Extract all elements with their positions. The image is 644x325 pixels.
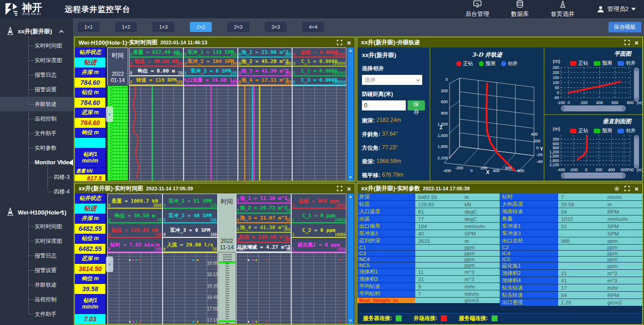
curve-min: 0 xyxy=(237,228,239,232)
close-icon[interactable]: × xyxy=(634,39,639,47)
chart-vertical-scrollbar[interactable]: ▲▼ xyxy=(347,47,354,181)
svg-text:250: 250 xyxy=(553,66,559,70)
expand-icon[interactable] xyxy=(624,186,630,191)
param-label: NC5 xyxy=(357,262,416,268)
layout-button-2×2[interactable]: 2×2 xyxy=(190,22,212,32)
header-nav: 后台管理数据库首页选井 管理员2 xyxy=(466,0,636,18)
time-tick-label: 16:00 xyxy=(207,261,218,266)
plot-h-scrollbar[interactable] xyxy=(561,173,626,178)
close-icon[interactable]: × xyxy=(347,39,351,47)
layout-button-3×3[interactable]: 3×3 xyxy=(265,22,287,32)
param-label: 出口电导 xyxy=(357,223,416,230)
time-tick-label: 16:15 xyxy=(207,272,218,277)
nav-home-well[interactable]: 首页选井 xyxy=(551,0,575,18)
param-unit: ppm xyxy=(465,245,475,250)
panel-timestamp: 2022-11-14 17:05:39 xyxy=(423,186,470,191)
sidebar-item-远程控制[interactable]: 远程控制 xyxy=(0,111,73,126)
scroll-down-arrow[interactable]: ▼ xyxy=(347,318,354,324)
user-menu[interactable]: 管理员2 xyxy=(597,5,636,13)
sidebar-item-实时时间图[interactable]: 实时时间图 xyxy=(0,38,73,53)
layout-button-1×2[interactable]: 1×2 xyxy=(115,22,137,32)
sidebar-section-header-0[interactable]: xx井(新井眼) xyxy=(0,25,73,38)
sidebar-item-四楼-4[interactable]: 四楼-4 xyxy=(0,184,73,199)
layout-button-4×4[interactable]: 4×4 xyxy=(302,22,324,32)
legend: 正钻预测邻井 xyxy=(431,60,543,67)
plot-v-scrollbar[interactable] xyxy=(634,135,639,168)
status-cell: 迟深 m xyxy=(75,254,105,264)
curve-min: 0 xyxy=(239,71,241,75)
scroll-up-arrow[interactable]: ▲ xyxy=(347,194,354,200)
curve-min: 1 xyxy=(292,204,294,208)
param-value: 51SPM xyxy=(559,223,642,230)
nav-admin[interactable]: 后台管理 xyxy=(466,0,489,18)
param-label: 钻头转速 xyxy=(500,292,559,299)
curve-min: 0 xyxy=(163,247,166,252)
settings-icon[interactable] xyxy=(614,186,620,192)
svg-text:600: 600 xyxy=(505,166,512,170)
param-unit: m/hr xyxy=(465,284,475,289)
layout-button-1×1[interactable]: 1×1 xyxy=(78,22,99,32)
param-label: 出口总烃 xyxy=(500,237,559,244)
layout-button-2×3[interactable]: 2×3 xyxy=(227,22,249,32)
param-unit: ppm xyxy=(607,257,618,262)
param-row: 入口温度81degC xyxy=(357,208,500,215)
curve-header-row: 0钻时 = 7.03 min/m200 xyxy=(108,238,162,252)
sidebar-item-远程控制[interactable]: 远程控制 xyxy=(0,292,73,307)
close-icon[interactable]: × xyxy=(634,185,639,193)
plot-h-scrollbar[interactable] xyxy=(561,105,626,111)
scroll-cap xyxy=(561,173,565,178)
svg-text:150: 150 xyxy=(553,75,559,80)
save-template-button[interactable]: 保存模板 xyxy=(608,22,641,32)
scroll-cap xyxy=(561,106,565,111)
sidebar-item-文件助手[interactable]: 文件助手 xyxy=(0,307,73,321)
sidebar-item-实时深度图[interactable]: 实时深度图 xyxy=(0,53,73,68)
status-cell: 784.60 xyxy=(75,78,105,88)
svg-text:0: 0 xyxy=(470,168,472,173)
layout-button-1×3[interactable]: 1×3 xyxy=(152,22,174,32)
close-icon[interactable]: × xyxy=(347,185,351,193)
sidebar-item-文件助手[interactable]: 文件助手 xyxy=(0,126,73,141)
curve-max: 300 xyxy=(285,80,291,84)
main-area: 1×11×21×32×22×33×34×4 保存模板 Wei-H100(Hole… xyxy=(73,18,644,325)
legend-label: 正钻 xyxy=(463,60,473,67)
param-label: 钻头钻速 xyxy=(500,284,559,291)
sidebar-item-报警日志[interactable]: 报警日志 xyxy=(0,248,73,263)
sidebar-item-实时深度图[interactable]: 实时深度图 xyxy=(0,234,73,248)
track-header: 0泵冲_1 = 51 SPM1200泵冲_2 = 40 SPM1000泵冲_3 … xyxy=(162,194,218,253)
collapse-handle[interactable]: ‹ xyxy=(106,106,113,122)
expand-icon[interactable] xyxy=(624,40,630,45)
plot-v-scrollbar[interactable] xyxy=(634,68,639,101)
param-value: 9m/hr xyxy=(416,283,500,290)
param-unit: degC xyxy=(465,216,477,222)
sidebar: xx井(新井眼)实时时间图实时深度图报警日志报警设置井眼轨迹远程控制文件助手实时… xyxy=(0,18,73,325)
expand-icon[interactable] xyxy=(337,40,342,45)
scroll-down-arrow[interactable]: ▼ xyxy=(347,174,354,181)
offset-well-select[interactable]: 选择 xyxy=(362,75,422,85)
sidebar-item-实时时间图[interactable]: 实时时间图 xyxy=(0,219,73,234)
time-column-header: 时间202201-14 xyxy=(107,47,128,86)
scroll-up-arrow[interactable]: ▲ xyxy=(347,47,354,54)
sidebar-item-实时参数[interactable]: 实时参数 xyxy=(0,141,73,155)
chart-vertical-scrollbar[interactable]: ▲▼ xyxy=(347,194,354,324)
time-tick-label: 17:15 xyxy=(207,318,218,323)
select-offset-well-label: 选择邻井 xyxy=(362,65,425,73)
sidebar-item-Monitor Video[interactable]: Monitor Video xyxy=(0,155,73,170)
save-distance-button[interactable]: 保存 xyxy=(408,100,425,110)
nav-database[interactable]: 数据库 xyxy=(511,0,529,18)
curve-header-row: 0泵冲_1 = 119 SPM100 xyxy=(184,48,237,58)
expand-icon[interactable] xyxy=(337,186,342,191)
curve-max: 2000 xyxy=(174,52,183,57)
collapse-handle[interactable]: ‹ xyxy=(106,257,113,272)
param-value: 988ppm xyxy=(559,237,642,244)
sidebar-item-井眼轨迹[interactable]: 井眼轨迹 xyxy=(0,97,73,111)
sidebar-item-井眼轨迹[interactable]: 井眼轨迹 xyxy=(0,278,73,292)
sidebar-item-报警设置[interactable]: 报警设置 xyxy=(0,263,73,278)
curve-max: 50 xyxy=(212,247,217,252)
sidebar-section-header-1[interactable]: Wei-H100(Hole-1) xyxy=(0,205,73,219)
distance-input[interactable] xyxy=(362,100,406,110)
curve-min: 0 xyxy=(184,52,187,57)
sidebar-item-报警设置[interactable]: 报警设置 xyxy=(0,82,73,97)
sidebar-item-四楼-3[interactable]: 四楼-3 xyxy=(0,170,73,184)
sidebar-item-报警日志[interactable]: 报警日志 xyxy=(0,68,73,82)
curve-header-row: 1总烃 = 988 ppm10000 xyxy=(292,194,346,209)
